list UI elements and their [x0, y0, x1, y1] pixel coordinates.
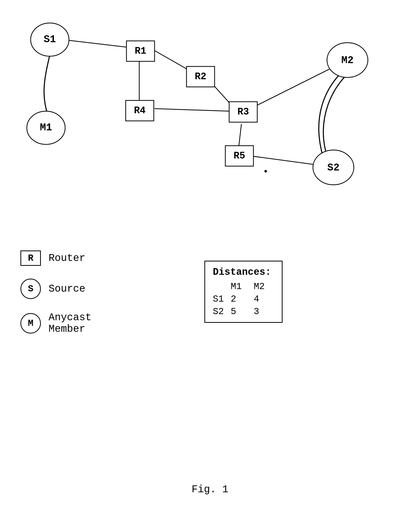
header-empty	[213, 281, 228, 292]
svg-text:M1: M1	[40, 122, 52, 133]
svg-line-6	[239, 124, 241, 146]
router-symbol: R	[20, 250, 41, 266]
svg-line-9	[255, 65, 337, 106]
distances-title: Distances:	[213, 267, 274, 278]
header-m1: M1	[231, 281, 251, 292]
row-s2-m2: 3	[254, 306, 274, 317]
page: S1 M1 R1 R2 R4 R3 R5 M2 S2 R	[0, 0, 420, 526]
source-symbol: S	[20, 279, 41, 299]
member-label: Anycast Member	[49, 312, 91, 335]
svg-text:S1: S1	[44, 34, 56, 45]
source-symbol-text: S	[28, 284, 33, 294]
svg-text:R3: R3	[237, 106, 249, 117]
svg-text:R1: R1	[135, 45, 146, 56]
svg-text:R4: R4	[134, 105, 146, 116]
row-s1-label: S1	[213, 294, 228, 304]
svg-text:S2: S2	[327, 162, 340, 174]
header-m2: M2	[254, 281, 274, 292]
svg-line-4	[155, 109, 230, 111]
figure-label: Fig. 1	[192, 484, 228, 495]
row-s2-m1: 5	[231, 306, 251, 317]
source-label: Source	[49, 283, 85, 295]
svg-text:R5: R5	[234, 150, 245, 161]
network-diagram: S1 M1 R1 R2 R4 R3 R5 M2 S2	[10, 10, 409, 230]
router-label: Router	[49, 253, 85, 264]
svg-text:M2: M2	[341, 55, 354, 66]
legend-source: S Source	[20, 279, 91, 299]
svg-line-8	[250, 156, 317, 165]
row-s1-m2: 4	[254, 294, 274, 304]
legend-router: R Router	[20, 250, 91, 266]
svg-line-0	[63, 40, 128, 47]
row-s2-label: S2	[213, 306, 228, 317]
row-s1-m1: 2	[231, 294, 251, 304]
member-symbol: M	[20, 313, 41, 334]
member-symbol-text: M	[28, 318, 33, 329]
distances-grid: M1 M2 S1 2 4 S2 5 3	[213, 281, 274, 317]
svg-text:R2: R2	[195, 71, 206, 82]
legend: R Router S Source M Anycast Member	[20, 250, 91, 335]
svg-point-28	[264, 170, 267, 173]
distances-table: Distances: M1 M2 S1 2 4 S2 5 3	[204, 261, 283, 323]
legend-member: M Anycast Member	[20, 312, 91, 335]
svg-line-2	[153, 50, 189, 70]
router-symbol-text: R	[28, 253, 33, 264]
